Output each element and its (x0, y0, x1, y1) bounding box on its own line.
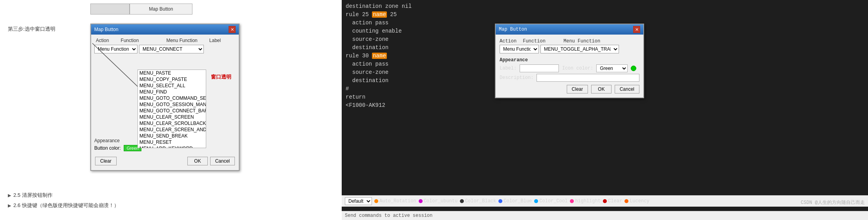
dialog-body-left: Action Function Menu Function Label Menu… (91, 35, 239, 170)
right-appearance-title: Appearance (500, 57, 639, 63)
dropdown-item[interactable]: MENU_GOTO_COMMAND_SESSION_WIND (138, 95, 206, 101)
tag-label-color-black: Color_Black (465, 198, 496, 204)
dialog-titlebar-left: Map Button ✕ (91, 24, 239, 35)
right-function-label: Function (523, 38, 546, 44)
left-panel: Map Button Default 第三步:选中窗口透明 Map Button… (0, 0, 342, 220)
dialog-title-left: Map Button (94, 27, 118, 32)
right-action-label: Action (500, 38, 516, 44)
dropdown-item[interactable]: MENU_COPY_PASTE (138, 76, 206, 82)
bottom-bar: Default Auto_Rotation Color_ubuntu Color… (342, 195, 868, 207)
right-menu-function-label: Menu Function (564, 38, 601, 44)
window-label: 窗口透明 (211, 73, 231, 81)
tag-highlight[interactable]: highlight (570, 198, 601, 204)
menu-function-header: Menu Function (166, 38, 197, 43)
label-header: Label (209, 38, 221, 43)
clear-button-left[interactable]: Clear (95, 157, 117, 165)
dot-lucency (624, 199, 628, 203)
dropdown-item[interactable]: MENU_SEND_BREAK (138, 133, 206, 139)
right-label-row: Label: Icon color: Green (500, 64, 639, 72)
name-highlight-2: name (372, 53, 387, 59)
delete-button-bar[interactable]: Map Button (130, 4, 192, 15)
button-color-label: Button color: (94, 145, 121, 151)
right-desc-label: Description: (500, 75, 533, 81)
dot-color-blue (498, 199, 502, 203)
code-line-f1000: <F1000-AK912 (346, 101, 864, 110)
right-appearance-section: Appearance Label: Icon color: Green Desc… (500, 57, 639, 82)
dot-color-black (460, 199, 464, 203)
dropdown-item[interactable]: MENU_CLEAR_SCROLLBACK (138, 120, 206, 126)
right-label-input[interactable] (520, 64, 559, 72)
dropdown-item[interactable]: MENU_CLEAR_SCREEN_AND_SCROLLBACK (138, 126, 206, 133)
dropdown-item[interactable]: MENU_SELECT_ALL (138, 82, 206, 89)
left-bottom-sections: ▶ 2.5 清屏按钮制作 ▶ 2.6 快捷键（绿色版使用快捷键可能会崩溃！） (8, 192, 119, 212)
section-26[interactable]: ▶ 2.6 快捷键（绿色版使用快捷键可能会崩溃！） (8, 202, 119, 209)
dropdown-item[interactable]: MENU_PASTE (138, 70, 206, 76)
right-desc-input[interactable] (537, 74, 639, 82)
dot-color-ubuntu (419, 199, 423, 203)
right-dialog-headers: Action Function Menu Function (500, 38, 639, 44)
dot-clear (603, 199, 607, 203)
tag-label-color-blue: Color_Blue (504, 198, 532, 204)
tag-color-blue[interactable]: Color_Blue (498, 198, 532, 204)
right-dialog-footer: Clear OK Cancel (500, 85, 639, 94)
dialog-controls-left: Menu Function MENU_CONNECT (94, 45, 236, 53)
dropdown-item[interactable]: MENU_RESET (138, 139, 206, 145)
action-select-left[interactable]: Menu Function (94, 45, 137, 53)
collapse-arrow-26: ▶ (8, 203, 11, 208)
bottom-default-select[interactable]: Default (345, 197, 372, 205)
send-commands-label: Send commands to active session (345, 213, 432, 218)
dialog-header-left: Action Function Menu Function Label (94, 38, 236, 43)
tag-auto-rotation[interactable]: Auto_Rotation (374, 198, 416, 204)
dialog-close-btn-left[interactable]: ✕ (229, 26, 236, 33)
function-header: Function (121, 38, 139, 43)
tag-color-ubuntu[interactable]: Color_ubuntu (419, 198, 458, 204)
section-25[interactable]: ▶ 2.5 清屏按钮制作 (8, 192, 119, 199)
map-button-dialog-right: Map Button ✕ Action Function Menu Functi… (495, 24, 644, 98)
tag-label-auto-rotation: Auto_Rotation (379, 198, 416, 204)
tag-color-cool[interactable]: Color_Cool (534, 198, 568, 204)
map-button-dialog-left: Map Button ✕ Action Function Menu Functi… (90, 24, 240, 171)
ok-button-left[interactable]: OK (187, 157, 207, 165)
dropdown-item[interactable]: MENU_GOTO_CONNECT_BAR (138, 108, 206, 114)
name-highlight-1: name (372, 11, 387, 18)
tag-label-clear: Clear (608, 198, 622, 204)
right-menu-function-select[interactable]: MENU_TOGGLE_ALPHA_TRANSPARENCY (540, 45, 619, 53)
dot-auto-rotation (374, 199, 378, 203)
dropdown-item[interactable]: MENU_ADD_KEYWORD (138, 145, 206, 148)
dropdown-item[interactable]: MENU_CLEAR_SCREEN (138, 114, 206, 120)
tag-label-color-ubuntu: Color_ubuntu (424, 198, 458, 204)
right-action-select[interactable]: Menu Function (500, 45, 539, 53)
clear-button-right[interactable]: Clear (567, 85, 588, 94)
code-line-2: rule 25 name 25 (346, 11, 864, 19)
section-26-label: 2.6 快捷键（绿色版使用快捷键可能会崩溃！） (13, 202, 119, 209)
tag-label-color-cool: Color_Cool (539, 198, 568, 204)
collapse-arrow-25: ▶ (8, 193, 11, 198)
menu-function-select-left[interactable]: MENU_CONNECT (139, 45, 204, 53)
dropdown-item[interactable]: MENU_GOTO_SESSION_MANAGER (138, 101, 206, 108)
action-header: Action (96, 38, 109, 43)
right-color-select[interactable]: Green (596, 64, 628, 72)
dialog-titlebar-right: Map Button ✕ (496, 24, 643, 35)
right-panel: destination zone nil rule 25 name 25 act… (342, 0, 868, 220)
right-desc-row: Description: (500, 74, 639, 82)
tag-color-black[interactable]: Color_Black (460, 198, 496, 204)
dot-color-cool (534, 199, 538, 203)
dropdown-list-left[interactable]: MENU_PASTE MENU_COPY_PASTE MENU_SELECT_A… (137, 70, 206, 148)
csdn-watermark: CSDN @人生的方向随自己而走 (801, 199, 865, 206)
tag-lucency[interactable]: Lucency (624, 198, 649, 204)
section-25-label: 2.5 清屏按钮制作 (13, 192, 53, 199)
dialog-close-btn-right[interactable]: ✕ (633, 26, 640, 33)
cancel-button-left[interactable]: Cancel (210, 157, 235, 165)
right-icon-color-label: Icon color: (562, 66, 593, 71)
tag-clear[interactable]: Clear (603, 198, 622, 204)
color-dot-green (631, 66, 636, 71)
right-label-label: Label: (500, 66, 516, 71)
tag-label-lucency: Lucency (630, 198, 649, 204)
right-dialog-controls: Menu Function MENU_TOGGLE_ALPHA_TRANSPAR… (500, 45, 639, 53)
dropdown-item[interactable]: MENU_FIND (138, 89, 206, 95)
cancel-button-right[interactable]: Cancel (615, 85, 639, 94)
code-line-1: destination zone nil (346, 2, 864, 11)
ok-button-right[interactable]: OK (591, 85, 611, 94)
dialog-footer-left: Clear OK Cancel (94, 155, 236, 167)
dialog-title-right: Map Button (499, 27, 527, 32)
